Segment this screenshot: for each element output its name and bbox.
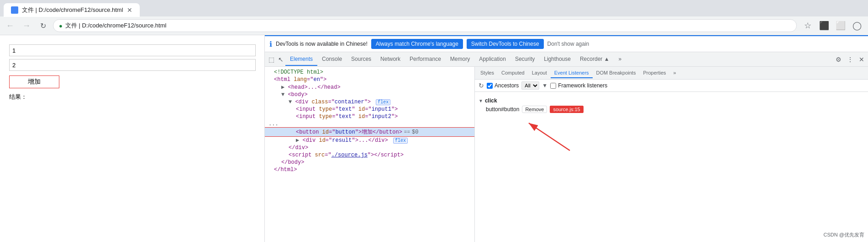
html-line-button[interactable]: <button id="button">增加</button> == $0 [265, 128, 474, 136]
event-remove-button[interactable]: Remove [522, 106, 547, 113]
tab-computed[interactable]: Computed [498, 68, 528, 78]
tab-application[interactable]: Application [474, 53, 510, 66]
tab-properties[interactable]: Properties [639, 68, 669, 78]
event-panel: ▼ click button#button Remove source.js:1… [475, 92, 868, 242]
html-line-script[interactable]: <script src="./source.js"></script> [265, 151, 474, 159]
tab-recorder[interactable]: Recorder ▲ [575, 53, 614, 66]
tab-dom-breakpoints[interactable]: DOM Breakpoints [593, 68, 640, 78]
devtools-close-icon[interactable]: ✕ [857, 55, 866, 64]
tab-bar: 文件 | D:/code/chromeF12/source.html ✕ [0, 0, 868, 16]
tab-memory[interactable]: Memory [446, 53, 474, 66]
tab-title: 文件 | D:/code/chromeF12/source.html [22, 6, 123, 14]
triangle-div: ▼ [289, 99, 292, 105]
address-input[interactable]: ● 文件 | D:/code/chromeF12/source.html [53, 19, 797, 32]
tab-styles[interactable]: Styles [477, 68, 498, 78]
back-button[interactable]: ← [4, 19, 16, 32]
watermark: CSDN @优先发育 [824, 231, 864, 238]
account-button[interactable]: ◯ [850, 18, 864, 33]
html-line-html[interactable]: <html lang="en"> [265, 76, 474, 83]
html-line-close-body[interactable]: </body> [265, 159, 474, 166]
red-arrow-svg [515, 118, 588, 155]
devtools-inspect-icon[interactable]: ↖ [276, 55, 285, 64]
triangle-result: ▶ [296, 137, 299, 144]
devtools-content: <!DOCTYPE html> <html lang="en"> ▶ <head… [265, 67, 868, 242]
address-bar: ← → ↻ ● 文件 | D:/code/chromeF12/source.ht… [0, 16, 868, 35]
ancestors-select[interactable]: All [521, 81, 539, 90]
result-tag: <div id="result">...</div> [302, 137, 388, 144]
bookmark-button[interactable]: ☆ [800, 18, 815, 33]
ancestors-label: Ancestors [494, 82, 519, 89]
always-match-button[interactable]: Always match Chrome's language [371, 39, 463, 49]
elements-panel: <!DOCTYPE html> <html lang="en"> ▶ <head… [265, 67, 475, 242]
html-line-input2[interactable]: <input type="text" id="input2"> [265, 113, 474, 120]
dont-show-link[interactable]: Don't show again [547, 41, 589, 47]
tab-layout[interactable]: Layout [528, 68, 551, 78]
page-result-label: 结果： [9, 93, 255, 101]
tab-security[interactable]: Security [510, 53, 539, 66]
devtools-tabs: ⬚ ↖ Elements Console Sources Network Per… [265, 52, 868, 67]
address-text: 文件 | D:/code/chromeF12/source.html [65, 22, 167, 30]
html-line-close-div[interactable]: </div> [265, 144, 474, 151]
event-header-click[interactable]: ▼ click [479, 97, 864, 105]
div-tag: <div class="container"> [295, 99, 371, 105]
close-body-tag: </body> [281, 159, 304, 166]
ancestors-checkbox-label: Ancestors [487, 82, 519, 89]
ancestors-checkbox[interactable] [487, 83, 493, 89]
head-tag: <head>...</head> [288, 84, 340, 91]
tab-sources[interactable]: Sources [347, 53, 376, 66]
html-line-head[interactable]: ▶ <head>...</head> [265, 83, 474, 91]
html-line-close-html[interactable]: </html> [265, 166, 474, 173]
refresh-button[interactable]: ↻ [37, 19, 49, 32]
input1-tag: <input type="text" id="input1"> [296, 106, 398, 113]
html-line-input1[interactable]: <input type="text" id="input1"> [265, 106, 474, 113]
profile-button[interactable]: ⬛ [817, 18, 831, 33]
triangle-head: ▶ [281, 84, 284, 91]
address-lock-icon: ● [59, 22, 63, 29]
tab-lighthouse[interactable]: Lighthouse [539, 53, 575, 66]
close-html-tag: </html> [274, 167, 297, 173]
html-tag: <html lang="en"> [274, 76, 326, 83]
event-refresh-button[interactable]: ↻ [479, 82, 484, 89]
toolbar-icons: ☆ ⬛ ⬜ ◯ [800, 18, 864, 33]
flex-badge: flex [376, 99, 390, 105]
framework-checkbox[interactable] [550, 83, 556, 89]
html-line-result[interactable]: ▶ <div id="result">...</div> flex [265, 136, 474, 144]
html-line-doctype[interactable]: <!DOCTYPE html> [265, 69, 474, 76]
page-input-2[interactable] [9, 59, 256, 71]
tab-event-listeners[interactable]: Event Listeners [551, 68, 593, 78]
info-icon: ℹ [269, 40, 272, 48]
tab-console[interactable]: Console [317, 53, 347, 66]
html-line-body[interactable]: ▼ <body> [265, 91, 474, 98]
event-triangle-icon: ▼ [479, 98, 483, 103]
button-tag: <button id="button">增加</button> [296, 128, 402, 136]
event-element-name: button#button [486, 106, 519, 113]
tab-performance[interactable]: Performance [405, 53, 446, 66]
page-content: 增加 结果： [0, 35, 265, 242]
page-input-1[interactable] [9, 44, 256, 56]
page-add-button[interactable]: 增加 [9, 75, 59, 88]
devtools-dock-icon[interactable]: ⬚ [267, 55, 276, 64]
close-div-tag: </div> [289, 145, 308, 151]
html-line-div-container[interactable]: ▼ <div class="container"> flex [265, 98, 474, 106]
tab-favicon [11, 6, 18, 14]
devtools-more-icon[interactable]: ⋮ [845, 55, 855, 64]
devtools-settings-icon[interactable]: ⚙ [834, 55, 843, 64]
extensions-button[interactable]: ⬜ [833, 18, 848, 33]
event-item-button: button#button Remove source.js:15 [479, 105, 864, 114]
html-line-ellipsis[interactable]: ... [265, 120, 474, 128]
switch-chinese-button[interactable]: Switch DevTools to Chinese [467, 39, 544, 49]
tab-right-more[interactable]: » [670, 68, 680, 78]
framework-label-text: Framework listeners [558, 82, 607, 89]
browser-tab[interactable]: 文件 | D:/code/chromeF12/source.html ✕ [4, 3, 140, 17]
tab-more[interactable]: » [614, 53, 626, 66]
tab-close-btn[interactable]: ✕ [127, 6, 132, 14]
tab-elements[interactable]: Elements [285, 53, 317, 66]
main-area: 增加 结果： ℹ DevTools is now available in Ch… [0, 35, 868, 242]
script-tag: <script src="./source.js"></script> [289, 152, 404, 158]
forward-button[interactable]: → [20, 19, 33, 32]
devtools-panel: ℹ DevTools is now available in Chinese! … [265, 35, 868, 242]
doctype-text: <!DOCTYPE html> [274, 69, 323, 75]
tab-network[interactable]: Network [376, 53, 405, 66]
right-panel: Styles Computed Layout Event Listeners D… [475, 67, 868, 242]
event-source-link[interactable]: source.js:15 [550, 106, 583, 113]
